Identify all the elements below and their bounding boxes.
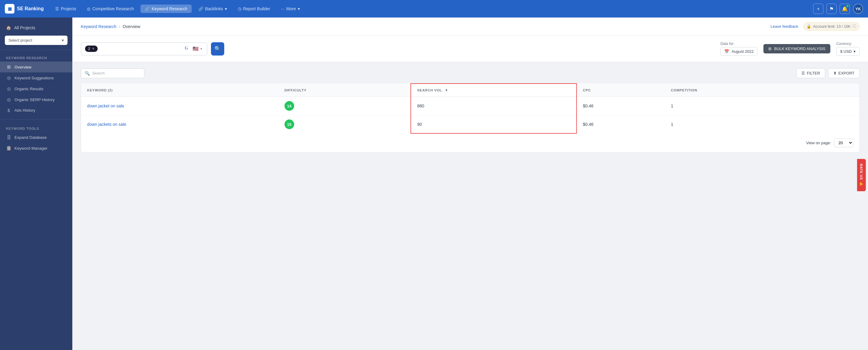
th-extra [813, 84, 859, 97]
export-icon: ⬆ [833, 71, 837, 76]
sidebar-item-ads-history[interactable]: $ Ads History [0, 105, 72, 116]
bulk-icon: ⊞ [768, 47, 772, 51]
keyword-link[interactable]: down jacket on sale [87, 104, 124, 108]
data-for-group: Data for: 📅 August 2022 [720, 41, 757, 56]
currency-selector-button[interactable]: $ USD ▾ [836, 47, 860, 56]
nav-item-more[interactable]: ··· More ▾ [277, 4, 304, 13]
ads-history-icon: $ [6, 108, 11, 113]
difficulty-badge: 14 [284, 101, 294, 111]
th-competition: COMPETITION [665, 84, 813, 97]
expand-database-icon: 🗄 [6, 135, 11, 140]
table-search-input[interactable] [92, 71, 141, 76]
breadcrumb-separator: › [119, 24, 120, 29]
cell-keyword: down jackets on sale [81, 115, 278, 134]
notification-button[interactable]: 🔔 [840, 4, 850, 14]
table-toolbar: 🔍 ☰ FILTER ⬆ EXPORT [81, 68, 860, 78]
nav-label-keyword: Keyword Research [152, 6, 187, 11]
leave-feedback-link[interactable]: Leave feedback [771, 24, 798, 29]
sidebar-item-keyword-suggestions[interactable]: ◎ Keyword Suggestions [0, 72, 72, 83]
backlinks-icon: 🔗 [198, 6, 204, 11]
currency-chevron-icon: ▾ [854, 49, 856, 54]
sidebar-item-expand-database[interactable]: 🗄 Expand Database [0, 132, 72, 143]
data-table-container: KEYWORD (2) DIFFICULTY SEARCH VOL. ▾ CPC… [81, 83, 860, 152]
user-avatar[interactable]: YK [853, 4, 863, 14]
toolbar-actions: ☰ FILTER ⬆ EXPORT [796, 68, 860, 78]
nav-label-report: Report Builder [243, 6, 270, 11]
nav-item-report-builder[interactable]: ◷ Report Builder [234, 4, 275, 13]
nav-item-keyword-research[interactable]: 🔗 Keyword Research [141, 4, 191, 13]
data-for-label: Data for: [720, 41, 757, 46]
organic-results-icon: ◎ [6, 86, 11, 91]
th-search-vol[interactable]: SEARCH VOL. ▾ [411, 84, 577, 97]
table-search-box[interactable]: 🔍 [81, 68, 144, 78]
sidebar-label-overview: Overview [14, 65, 31, 69]
table-row: down jackets on sale 15 90 $0.46 1 [81, 115, 859, 134]
main-layout: 🏠 All Projects Select project ▾ KEYWORD … [0, 18, 868, 350]
sidebar-item-overview[interactable]: ⊞ Overview [0, 62, 72, 72]
filter-icon: ☰ [801, 71, 805, 76]
rate-us-label: RATE US [860, 164, 864, 180]
competitive-icon: ◎ [87, 6, 90, 11]
sidebar-section-keyword-research: KEYWORD RESEARCH [0, 53, 72, 62]
sidebar-all-projects[interactable]: 🏠 All Projects [0, 22, 72, 33]
more-chevron-icon: ▾ [298, 6, 300, 11]
more-dots-icon: ··· [281, 6, 284, 11]
google-icon: G [185, 46, 191, 52]
search-vol-sort-icon: ▾ [445, 88, 447, 92]
sidebar-item-organic-serp-history[interactable]: ◎ Organic SERP History [0, 94, 72, 105]
date-selector-button[interactable]: 📅 August 2022 [720, 47, 757, 56]
keyword-suggestions-icon: ◎ [6, 75, 11, 81]
date-value: August 2022 [732, 49, 753, 54]
breadcrumb-root[interactable]: Keyword Research [81, 24, 116, 29]
export-button[interactable]: ⬆ EXPORT [828, 68, 860, 78]
bulk-keyword-analysis-button[interactable]: ⊞ BULK KEYWORD ANALYSIS [764, 44, 830, 53]
tag-close-button[interactable]: ✕ [92, 47, 95, 51]
search-row: 2 ✕ G 🇺🇸 ▾ 🔍 Data for: [81, 41, 860, 56]
tag-count: 2 [88, 47, 90, 51]
add-button[interactable]: ＋ [813, 4, 824, 14]
info-icon: ⓘ [852, 24, 856, 29]
project-select-dropdown[interactable]: Select project ▾ [5, 36, 67, 45]
search-engine-selector[interactable]: G 🇺🇸 ▾ [185, 46, 203, 52]
search-tag: 2 ✕ [85, 46, 98, 52]
export-label: EXPORT [838, 71, 855, 76]
brand-logo[interactable]: ▦ SE Ranking [5, 4, 44, 13]
currency-label: Currency: [836, 41, 860, 46]
sidebar-label-manager: Keyword Manager [14, 146, 48, 151]
keyword-search-box[interactable]: 2 ✕ G 🇺🇸 ▾ [81, 42, 207, 56]
cell-cpc: $0.46 [577, 115, 665, 134]
sidebar-item-keyword-manager[interactable]: 📋 Keyword Manager [0, 143, 72, 153]
filter-button[interactable]: ☰ FILTER [796, 68, 825, 78]
th-difficulty: DIFFICULTY [278, 84, 411, 97]
cell-extra [813, 97, 859, 115]
top-navigation: ▦ SE Ranking ☰ Projects ◎ Competitive Re… [0, 0, 868, 18]
search-vol-label: SEARCH VOL. [417, 88, 443, 92]
sidebar-label-suggestions: Keyword Suggestions [14, 76, 54, 80]
search-button[interactable]: 🔍 [211, 42, 224, 56]
keyword-link[interactable]: down jackets on sale [87, 122, 126, 127]
sidebar: 🏠 All Projects Select project ▾ KEYWORD … [0, 18, 72, 350]
account-limit-text: Account limit: 13 / 10K [813, 24, 850, 29]
sidebar-item-organic-results[interactable]: ◎ Organic Results [0, 83, 72, 94]
filter-label: FILTER [807, 71, 820, 76]
nav-label-projects: Projects [61, 6, 76, 11]
currency-group: Currency: $ USD ▾ [836, 41, 860, 56]
data-info-section: Data for: 📅 August 2022 ⊞ BULK KEYWORD A… [720, 41, 860, 56]
flag-button[interactable]: ⚑ [827, 4, 837, 14]
backlinks-chevron-icon: ▾ [225, 6, 227, 11]
nav-actions: ＋ ⚑ 🔔 YK [813, 4, 863, 14]
nav-item-projects[interactable]: ☰ Projects [51, 4, 81, 13]
page-size-select[interactable]: 20 50 100 [834, 139, 853, 147]
table-header-row: KEYWORD (2) DIFFICULTY SEARCH VOL. ▾ CPC… [81, 84, 859, 97]
rate-us-tab[interactable]: RATE US 👍 [857, 159, 866, 191]
nav-item-competitive-research[interactable]: ◎ Competitive Research [83, 4, 138, 13]
cell-search-vol: 90 [411, 115, 577, 134]
nav-item-backlinks[interactable]: 🔗 Backlinks ▾ [194, 4, 231, 13]
shield-icon: 🔒 [807, 24, 811, 29]
sidebar-section-keyword-tools: KEYWORD TOOLS [0, 123, 72, 132]
home-icon: 🏠 [6, 25, 11, 30]
nav-label-backlinks: Backlinks [205, 6, 223, 11]
brand-name: SE Ranking [17, 6, 44, 11]
cell-extra [813, 115, 859, 134]
currency-value: $ USD [840, 49, 852, 54]
